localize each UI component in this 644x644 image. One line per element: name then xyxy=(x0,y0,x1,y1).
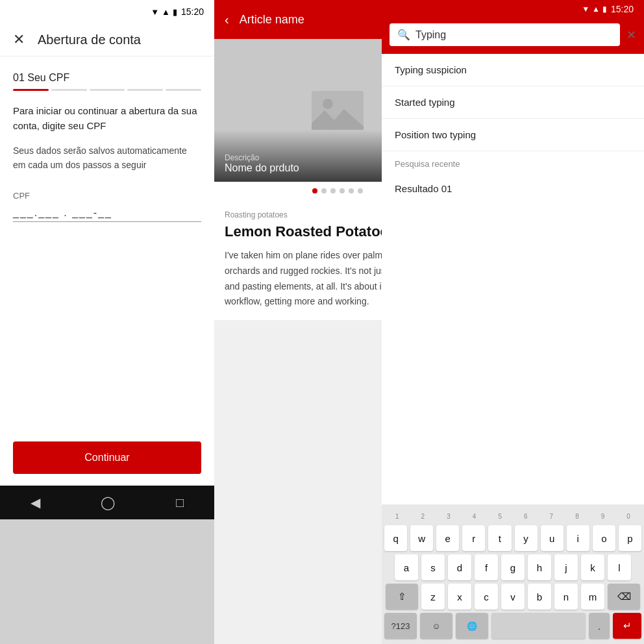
key-z[interactable]: z xyxy=(421,584,445,610)
key-u[interactable]: u xyxy=(541,525,564,551)
continuar-button[interactable]: Continuar xyxy=(13,441,201,474)
key-num-2: 2 xyxy=(410,510,436,523)
key-num-6: 6 xyxy=(513,510,539,523)
sym-key[interactable]: ?123 xyxy=(384,613,417,639)
keyboard-bottom-row: ?123 ☺ 🌐 . ↵ xyxy=(384,613,641,639)
status-bar-right: ▼ ▲ ▮ 15:20 xyxy=(382,0,644,18)
dot-4 xyxy=(340,188,345,193)
progress-step-3 xyxy=(90,89,125,91)
key-num-5: 5 xyxy=(487,510,513,523)
battery-icon-left: ▮ xyxy=(173,7,177,17)
key-x[interactable]: x xyxy=(448,584,471,610)
step-number: 01 Seu CPF xyxy=(13,72,201,84)
emoji-key[interactable]: ☺ xyxy=(420,613,452,639)
search-bar-container: 🔍 Typing ✕ xyxy=(382,18,644,54)
progress-bar xyxy=(13,89,201,91)
home-nav-icon[interactable]: ◯ xyxy=(101,495,115,510)
progress-step-1 xyxy=(13,89,49,91)
key-b[interactable]: b xyxy=(528,584,551,610)
key-h[interactable]: h xyxy=(528,554,551,580)
key-j[interactable]: j xyxy=(554,554,578,580)
status-time-left: 15:20 xyxy=(181,6,204,17)
key-a[interactable]: a xyxy=(395,554,418,580)
content-left: 01 Seu CPF Para iniciar ou continuar a a… xyxy=(0,56,214,290)
recents-nav-icon[interactable]: □ xyxy=(176,495,184,510)
key-n[interactable]: n xyxy=(554,584,578,610)
search-icon: 🔍 xyxy=(397,29,410,41)
signal-icon-right: ▲ xyxy=(592,5,600,14)
key-s[interactable]: s xyxy=(421,554,445,580)
key-d[interactable]: d xyxy=(448,554,471,580)
key-l[interactable]: l xyxy=(608,554,631,580)
key-y[interactable]: y xyxy=(515,525,538,551)
status-time-right: 15:20 xyxy=(611,4,634,14)
key-g[interactable]: g xyxy=(501,554,525,580)
suggestions-list: Typing suspicion Started typing Position… xyxy=(382,54,644,203)
key-q[interactable]: q xyxy=(384,525,407,551)
key-num-7: 7 xyxy=(539,510,565,523)
keyboard: 1 2 3 4 5 6 7 8 9 0 q w e r t y u i o p … xyxy=(382,504,644,644)
cpf-label: CPF xyxy=(13,191,201,201)
back-arrow-icon[interactable]: ‹ xyxy=(225,12,229,27)
signal-icon-left: ▲ xyxy=(162,7,170,17)
recent-item-1[interactable]: Resultado 01 xyxy=(382,174,644,203)
dot-5 xyxy=(349,188,354,193)
key-c[interactable]: c xyxy=(475,584,498,610)
sub-description: Seus dados serão salvos automaticamente … xyxy=(13,143,201,173)
progress-step-2 xyxy=(51,89,87,91)
key-num-0: 0 xyxy=(615,510,641,523)
key-num-1: 1 xyxy=(384,510,410,523)
backspace-key[interactable]: ⌫ xyxy=(608,584,640,610)
shift-key[interactable]: ⇧ xyxy=(386,584,418,610)
key-o[interactable]: o xyxy=(593,525,615,551)
image-placeholder-icon xyxy=(312,91,364,130)
enter-key[interactable]: ↵ xyxy=(613,613,641,639)
keyboard-number-row: 1 2 3 4 5 6 7 8 9 0 xyxy=(384,510,641,523)
dot-2 xyxy=(321,188,327,193)
keyboard-row-1: q w e r t y u i o p xyxy=(384,525,641,551)
key-num-8: 8 xyxy=(564,510,590,523)
key-num-9: 9 xyxy=(590,510,616,523)
nav-bar-left: ◀ ◯ □ xyxy=(0,486,214,519)
key-num-4: 4 xyxy=(462,510,488,523)
status-bar-left: ▼ ▲ ▮ 15:20 xyxy=(0,0,214,23)
battery-icon-right: ▮ xyxy=(602,5,607,14)
clear-search-icon[interactable]: ✕ xyxy=(626,28,636,42)
dot-1 xyxy=(312,188,317,193)
globe-key[interactable]: 🌐 xyxy=(456,613,488,639)
dot-key[interactable]: . xyxy=(589,613,610,639)
suggestion-item-2[interactable]: Started typing xyxy=(382,86,644,119)
search-input[interactable]: Typing xyxy=(415,29,612,41)
cpf-input[interactable]: ___.___ . ___-__ xyxy=(13,204,201,222)
key-i[interactable]: i xyxy=(567,525,589,551)
back-nav-icon[interactable]: ◀ xyxy=(31,495,40,510)
wifi-icon-right: ▼ xyxy=(582,5,589,14)
key-k[interactable]: k xyxy=(581,554,604,580)
header-title-left: Abertura de conta xyxy=(38,32,141,47)
svg-point-1 xyxy=(323,99,333,109)
search-input-wrapper[interactable]: 🔍 Typing xyxy=(390,23,620,46)
key-w[interactable]: w xyxy=(410,525,433,551)
key-e[interactable]: e xyxy=(436,525,459,551)
space-key[interactable] xyxy=(491,613,586,639)
key-p[interactable]: p xyxy=(619,525,641,551)
suggestion-item-3[interactable]: Position two typing xyxy=(382,119,644,151)
right-panel: ▼ ▲ ▮ 15:20 🔍 Typing ✕ Typing suspicion … xyxy=(382,0,644,644)
key-num-3: 3 xyxy=(436,510,462,523)
keyboard-row-2: a s d f g h j k l xyxy=(384,554,641,580)
article-header-title: Article name xyxy=(240,13,304,27)
dot-6 xyxy=(358,188,363,193)
key-t[interactable]: t xyxy=(488,525,511,551)
progress-step-5 xyxy=(166,89,201,91)
key-v[interactable]: v xyxy=(501,584,525,610)
suggestion-item-1[interactable]: Typing suspicion xyxy=(382,54,644,86)
close-button[interactable]: ✕ xyxy=(13,31,25,48)
status-icons-left: ▼ ▲ ▮ xyxy=(151,7,177,17)
recent-label: Pesquisa recente xyxy=(382,151,644,174)
header-left: ✕ Abertura de conta xyxy=(0,23,214,56)
keyboard-row-3: ⇧ z x c v b n m ⌫ xyxy=(384,584,641,610)
key-r[interactable]: r xyxy=(462,525,485,551)
key-m[interactable]: m xyxy=(581,584,604,610)
progress-step-4 xyxy=(127,89,163,91)
key-f[interactable]: f xyxy=(475,554,498,580)
